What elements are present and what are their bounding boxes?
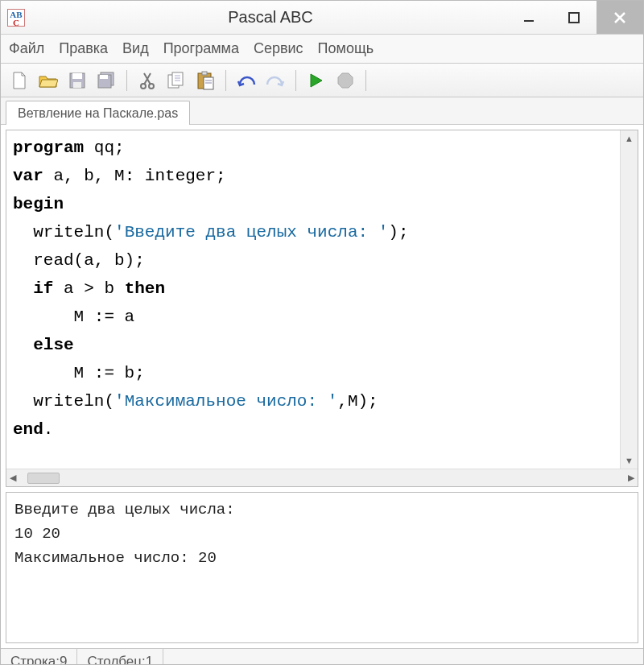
code-editor[interactable]: program qq; var a, b, M: integer; begin … (6, 130, 620, 469)
code-token: qq; (84, 138, 124, 157)
stop-button[interactable] (335, 70, 356, 91)
code-token: var (13, 167, 43, 185)
titlebar: ABC Pascal ABC (1, 1, 643, 35)
scroll-left-icon[interactable]: ◀ (10, 473, 16, 483)
vertical-scrollbar[interactable]: ▲ ▼ (620, 130, 638, 469)
copy-button[interactable] (166, 70, 187, 91)
output-line: Максимальное число: 20 (14, 549, 217, 567)
menu-help[interactable]: Помощь (318, 40, 374, 57)
menu-file[interactable]: Файл (9, 40, 44, 57)
status-bar: Строка: 9 Столбец: 1 (1, 648, 643, 665)
code-token: then (125, 279, 165, 298)
output-pane: Введите два целых числа: 10 20 Максималь… (6, 492, 638, 643)
code-token: read(a, b); (13, 251, 145, 270)
code-token (13, 336, 33, 354)
code-token (13, 279, 33, 298)
window-title: Pascal ABC (35, 8, 506, 27)
scroll-thumb[interactable] (27, 473, 60, 484)
undo-button[interactable] (236, 70, 257, 91)
save-button[interactable] (67, 70, 88, 91)
status-row-value: 9 (60, 654, 67, 666)
code-token: writeln( (13, 392, 114, 411)
scroll-up-icon[interactable]: ▲ (621, 130, 638, 147)
code-string: 'Максимальное число: ' (114, 392, 337, 411)
scroll-down-icon[interactable]: ▼ (621, 452, 638, 469)
menu-program[interactable]: Программа (163, 40, 239, 57)
status-row: Строка: 9 (1, 649, 77, 665)
code-token: else (33, 336, 73, 354)
minimize-button[interactable] (506, 1, 551, 34)
output-text[interactable]: Введите два целых числа: 10 20 Максималь… (6, 493, 638, 575)
close-button[interactable] (597, 1, 643, 34)
editor-pane: program qq; var a, b, M: integer; begin … (6, 130, 638, 487)
code-token: ,M); (337, 392, 378, 411)
menu-service[interactable]: Сервис (254, 40, 303, 57)
code-token: if (33, 279, 53, 298)
code-token: ); (388, 223, 408, 242)
code-token: program (13, 138, 84, 157)
tab-bar: Ветвление на Паскале.pas (1, 97, 643, 125)
scroll-right-icon[interactable]: ▶ (628, 473, 634, 483)
maximize-button[interactable] (551, 1, 597, 34)
cut-button[interactable] (137, 70, 158, 91)
code-string: 'Введите два целых числа: ' (114, 223, 388, 242)
code-token: M := b; (13, 364, 145, 382)
status-col-label: Столбец: (87, 654, 145, 666)
new-file-button[interactable] (9, 70, 30, 91)
svg-rect-9 (100, 75, 108, 79)
code-token: a > b (53, 279, 124, 298)
svg-point-11 (149, 84, 154, 89)
tab-file-0[interactable]: Ветвление на Паскале.pas (6, 101, 190, 125)
svg-point-10 (141, 84, 146, 89)
separator (295, 70, 296, 91)
status-row-label: Строка: (10, 654, 60, 666)
redo-button[interactable] (265, 70, 286, 91)
paste-button[interactable] (195, 70, 216, 91)
window-buttons (506, 1, 643, 34)
code-token: begin (13, 195, 64, 213)
code-token: . (43, 420, 54, 439)
output-line: Введите два целых числа: (14, 501, 235, 518)
app-icon: ABC (7, 9, 25, 27)
toolbar (1, 64, 643, 97)
open-file-button[interactable] (38, 70, 59, 91)
output-line: 10 20 (14, 525, 60, 543)
separator (225, 70, 226, 91)
status-col-value: 1 (146, 654, 153, 666)
code-token: a, b, M: integer; (43, 167, 226, 185)
code-token: writeln( (13, 223, 114, 242)
horizontal-scrollbar[interactable]: ◀ ▶ (6, 469, 638, 486)
code-token: end (13, 420, 43, 439)
code-token: M := a (13, 308, 134, 326)
svg-rect-13 (172, 72, 183, 85)
menubar: Файл Правка Вид Программа Сервис Помощь (1, 35, 643, 64)
separator (126, 70, 127, 91)
svg-rect-1 (569, 13, 579, 23)
run-button[interactable] (306, 70, 327, 91)
menu-edit[interactable]: Правка (59, 40, 108, 57)
separator (365, 70, 366, 91)
save-all-button[interactable] (96, 70, 117, 91)
status-col: Столбец: 1 (77, 649, 163, 665)
svg-rect-18 (202, 72, 207, 75)
menu-view[interactable]: Вид (122, 40, 149, 57)
svg-rect-5 (72, 73, 82, 79)
svg-rect-6 (73, 82, 81, 88)
